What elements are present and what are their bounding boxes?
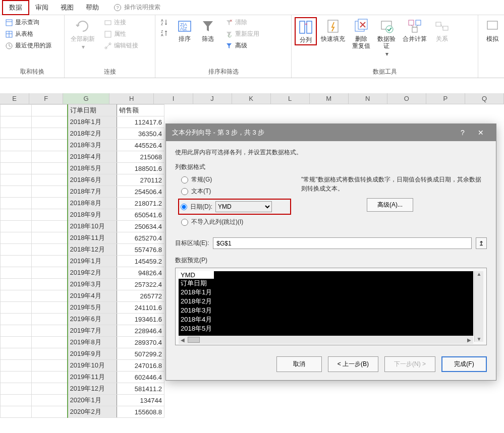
col-header[interactable]: G xyxy=(63,93,109,104)
reapply-button[interactable]: 重新应用 xyxy=(223,29,261,39)
col-header[interactable]: H xyxy=(109,93,154,104)
cell[interactable]: 2018年10月 xyxy=(68,221,117,232)
cell[interactable]: 2020年1月 xyxy=(68,395,117,406)
col-header[interactable]: I xyxy=(154,93,193,104)
cell[interactable]: 228946.4 xyxy=(117,325,164,337)
edit-links-button[interactable]: 编辑链接 xyxy=(102,40,140,51)
range-picker-icon[interactable]: ↥ xyxy=(476,237,487,249)
cell[interactable]: 145459.2 xyxy=(117,256,164,267)
cell[interactable]: 2018年11月 xyxy=(68,232,117,244)
cell[interactable]: 218071.2 xyxy=(117,198,164,209)
col-header[interactable]: K xyxy=(232,93,271,104)
destination-input[interactable] xyxy=(213,237,472,249)
cell[interactable]: 188501.6 xyxy=(117,163,164,174)
radio-skip[interactable]: 不导入此列(跳过)(I) xyxy=(181,218,291,226)
cell[interactable]: 2019年3月 xyxy=(68,279,117,290)
cell[interactable]: 2019年5月 xyxy=(68,302,117,314)
recent-sources-button[interactable]: 最近使用的源 xyxy=(3,40,53,51)
cell[interactable]: 2018年2月 xyxy=(68,128,117,140)
preview-vscrollbar[interactable]: ▲▼ xyxy=(474,271,483,342)
cell[interactable]: 2018年1月 xyxy=(68,116,117,128)
scroll-thumb[interactable] xyxy=(188,337,200,343)
cell[interactable]: 2018年8月 xyxy=(68,198,117,209)
col-header[interactable]: F xyxy=(29,93,63,104)
connections-button[interactable]: 连接 xyxy=(102,17,140,28)
finish-button[interactable]: 完成(F) xyxy=(441,356,487,372)
cell[interactable]: 订单日期 xyxy=(68,105,117,116)
cell[interactable]: 289370.4 xyxy=(117,337,164,348)
cell[interactable]: 2019年6月 xyxy=(68,314,117,325)
clear-filter-button[interactable]: 清除 xyxy=(223,17,261,28)
col-header[interactable]: L xyxy=(271,93,310,104)
scroll-right-icon[interactable]: ▶ xyxy=(465,337,473,343)
from-table-button[interactable]: 从表格 xyxy=(3,29,53,39)
close-icon[interactable]: ✕ xyxy=(472,129,490,137)
scroll-down-icon[interactable]: ▼ xyxy=(477,336,482,342)
cell[interactable]: 134744 xyxy=(117,395,164,406)
cell[interactable]: 2018年9月 xyxy=(68,209,117,221)
cell[interactable]: 2018年4月 xyxy=(68,151,117,163)
cell[interactable]: 2018年6月 xyxy=(68,174,117,186)
cell[interactable]: 2019年2月 xyxy=(68,267,117,279)
radio-date[interactable] xyxy=(181,204,187,210)
date-format-select[interactable]: YMD xyxy=(215,201,272,212)
cell[interactable]: 2018年7月 xyxy=(68,186,117,198)
col-header[interactable]: M xyxy=(310,93,349,104)
cell[interactable]: 602446.4 xyxy=(117,372,164,383)
cell[interactable]: 155608.8 xyxy=(117,406,164,418)
cell[interactable]: 36350.4 xyxy=(117,128,164,140)
consolidate-button[interactable]: 合并计算 xyxy=(400,17,430,43)
preview-hscrollbar[interactable]: ◀▶ xyxy=(179,336,473,344)
col-header[interactable]: O xyxy=(387,93,426,104)
cell[interactable]: 270112 xyxy=(117,174,164,186)
scroll-up-icon[interactable]: ▲ xyxy=(477,271,482,277)
cell[interactable]: 2019年9月 xyxy=(68,348,117,360)
col-header[interactable]: N xyxy=(349,93,387,104)
cell[interactable]: 445526.4 xyxy=(117,140,164,151)
cell[interactable]: 241101.6 xyxy=(117,302,164,314)
tab-review[interactable]: 审阅 xyxy=(29,1,54,14)
sort-desc-button[interactable]: ZA xyxy=(158,28,171,38)
dialog-titlebar[interactable]: 文本分列向导 - 第 3 步，共 3 步 ? ✕ xyxy=(166,124,496,141)
cell[interactable]: 625270.4 xyxy=(117,232,164,244)
radio-general[interactable]: 常规(G) xyxy=(181,175,291,184)
cell[interactable]: 257322.4 xyxy=(117,279,164,290)
text-to-columns-button[interactable]: 分列 xyxy=(295,17,317,45)
cell[interactable]: 94826.4 xyxy=(117,267,164,279)
cell[interactable]: 112417.6 xyxy=(117,116,164,128)
cell[interactable]: 193461.6 xyxy=(117,314,164,325)
cancel-button[interactable]: 取消 xyxy=(276,356,322,372)
cell[interactable]: 557476.8 xyxy=(117,244,164,256)
cell[interactable]: 650541.6 xyxy=(117,209,164,221)
refresh-all-button[interactable]: 全部刷新▾ xyxy=(68,17,98,51)
data-validation-button[interactable]: 数据验 证▾ xyxy=(374,17,399,58)
flash-fill-button[interactable]: 快速填充 xyxy=(318,17,348,43)
filter-button[interactable]: 筛选 xyxy=(197,17,219,43)
cell[interactable]: 销售额 xyxy=(117,105,164,116)
cell[interactable]: 2018年3月 xyxy=(68,140,117,151)
cell[interactable]: 2019年11月 xyxy=(68,372,117,383)
col-header[interactable]: J xyxy=(193,93,232,104)
col-header[interactable]: Q xyxy=(465,93,504,104)
cell[interactable]: 581411.2 xyxy=(117,383,164,395)
tab-data[interactable]: 数据 xyxy=(2,0,29,15)
cell[interactable]: 265772 xyxy=(117,290,164,302)
cell[interactable]: 2019年7月 xyxy=(68,325,117,337)
sort-asc-button[interactable]: AZ xyxy=(158,17,171,27)
cell[interactable]: 250634.4 xyxy=(117,221,164,232)
cell[interactable]: 2018年5月 xyxy=(68,163,117,174)
show-queries-button[interactable]: 显示查询 xyxy=(3,17,53,28)
back-button[interactable]: < 上一步(B) xyxy=(328,356,378,372)
what-if-button[interactable]: 模拟 xyxy=(481,17,503,43)
cell[interactable]: 247016.8 xyxy=(117,360,164,372)
relationships-button[interactable]: 关系 xyxy=(431,17,453,43)
cell[interactable]: 2019年8月 xyxy=(68,337,117,348)
tab-help[interactable]: 帮助 xyxy=(80,1,105,14)
radio-text[interactable]: 文本(T) xyxy=(181,187,291,196)
advanced-button[interactable]: 高级(A)... xyxy=(367,198,413,212)
col-header[interactable]: E xyxy=(0,93,29,104)
tell-me-search[interactable]: ? 操作说明搜索 xyxy=(114,3,160,12)
next-button[interactable]: 下一步(N) > xyxy=(384,356,435,372)
cell[interactable]: 215068 xyxy=(117,151,164,163)
data-grid[interactable]: 订单日期销售额2018年1月112417.62018年2月36350.42018… xyxy=(0,104,164,418)
